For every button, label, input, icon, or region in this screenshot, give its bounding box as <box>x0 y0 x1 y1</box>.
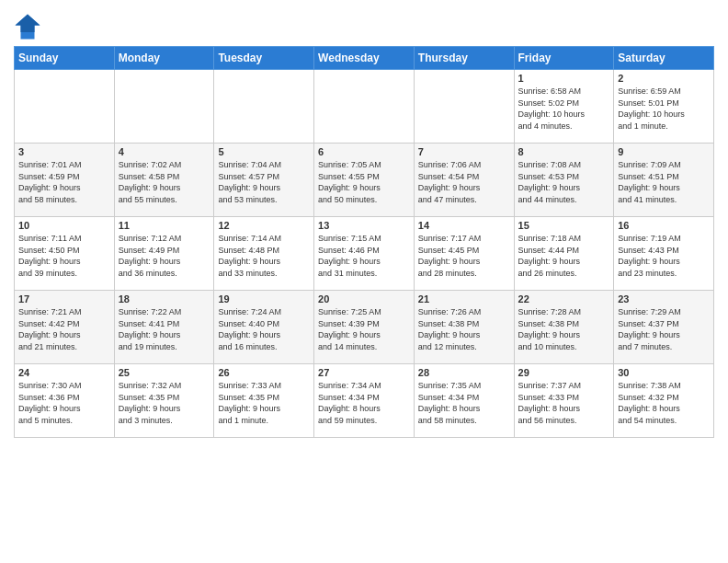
day-info: Sunrise: 7:04 AM Sunset: 4:57 PM Dayligh… <box>218 159 310 205</box>
day-number: 2 <box>618 73 710 84</box>
calendar-cell: 25Sunrise: 7:32 AM Sunset: 4:35 PM Dayli… <box>114 364 214 438</box>
calendar-cell: 22Sunrise: 7:28 AM Sunset: 4:38 PM Dayli… <box>514 291 614 364</box>
calendar-cell <box>15 70 115 144</box>
header <box>14 9 714 40</box>
day-number: 6 <box>318 146 410 157</box>
calendar-cell: 8Sunrise: 7:08 AM Sunset: 4:53 PM Daylig… <box>514 144 614 217</box>
day-info: Sunrise: 7:21 AM Sunset: 4:42 PM Dayligh… <box>18 306 110 352</box>
day-info: Sunrise: 7:24 AM Sunset: 4:40 PM Dayligh… <box>218 306 310 352</box>
day-number: 9 <box>618 146 710 157</box>
day-info: Sunrise: 7:29 AM Sunset: 4:37 PM Dayligh… <box>618 306 710 352</box>
calendar-week-row: 17Sunrise: 7:21 AM Sunset: 4:42 PM Dayli… <box>15 291 714 364</box>
day-info: Sunrise: 6:59 AM Sunset: 5:01 PM Dayligh… <box>618 86 710 132</box>
day-number: 29 <box>518 367 610 378</box>
day-number: 4 <box>119 146 210 157</box>
calendar-cell: 3Sunrise: 7:01 AM Sunset: 4:59 PM Daylig… <box>15 144 115 217</box>
calendar-cell: 5Sunrise: 7:04 AM Sunset: 4:57 PM Daylig… <box>214 144 314 217</box>
calendar-cell: 27Sunrise: 7:34 AM Sunset: 4:34 PM Dayli… <box>314 364 415 438</box>
day-info: Sunrise: 7:26 AM Sunset: 4:38 PM Dayligh… <box>418 306 510 352</box>
calendar-cell: 16Sunrise: 7:19 AM Sunset: 4:43 PM Dayli… <box>614 217 714 291</box>
day-number: 28 <box>418 367 510 378</box>
calendar-cell: 1Sunrise: 6:58 AM Sunset: 5:02 PM Daylig… <box>514 70 614 144</box>
day-info: Sunrise: 7:14 AM Sunset: 4:48 PM Dayligh… <box>218 233 310 279</box>
page: SundayMondayTuesdayWednesdayThursdayFrid… <box>0 0 728 447</box>
day-info: Sunrise: 7:22 AM Sunset: 4:41 PM Dayligh… <box>119 306 210 352</box>
day-info: Sunrise: 7:25 AM Sunset: 4:39 PM Dayligh… <box>318 306 410 352</box>
day-info: Sunrise: 7:18 AM Sunset: 4:44 PM Dayligh… <box>518 233 610 279</box>
calendar-week-row: 3Sunrise: 7:01 AM Sunset: 4:59 PM Daylig… <box>15 144 714 217</box>
calendar-cell: 17Sunrise: 7:21 AM Sunset: 4:42 PM Dayli… <box>15 291 115 364</box>
logo <box>14 13 45 40</box>
day-info: Sunrise: 7:19 AM Sunset: 4:43 PM Dayligh… <box>618 233 710 279</box>
calendar-cell: 21Sunrise: 7:26 AM Sunset: 4:38 PM Dayli… <box>414 291 514 364</box>
day-number: 21 <box>418 293 510 304</box>
day-number: 7 <box>418 146 510 157</box>
day-of-week-header: Tuesday <box>214 47 314 70</box>
day-info: Sunrise: 7:28 AM Sunset: 4:38 PM Dayligh… <box>518 306 610 352</box>
calendar-cell: 14Sunrise: 7:17 AM Sunset: 4:45 PM Dayli… <box>414 217 514 291</box>
calendar-cell: 13Sunrise: 7:15 AM Sunset: 4:46 PM Dayli… <box>314 217 415 291</box>
calendar-cell: 20Sunrise: 7:25 AM Sunset: 4:39 PM Dayli… <box>314 291 415 364</box>
calendar-week-row: 1Sunrise: 6:58 AM Sunset: 5:02 PM Daylig… <box>15 70 714 144</box>
day-of-week-header: Thursday <box>414 47 514 70</box>
day-of-week-header: Monday <box>114 47 214 70</box>
day-info: Sunrise: 7:06 AM Sunset: 4:54 PM Dayligh… <box>418 159 510 205</box>
day-info: Sunrise: 7:30 AM Sunset: 4:36 PM Dayligh… <box>18 380 110 426</box>
day-number: 15 <box>518 220 610 231</box>
calendar-cell: 6Sunrise: 7:05 AM Sunset: 4:55 PM Daylig… <box>314 144 415 217</box>
day-of-week-header: Friday <box>514 47 614 70</box>
calendar-cell: 19Sunrise: 7:24 AM Sunset: 4:40 PM Dayli… <box>214 291 314 364</box>
calendar-week-row: 24Sunrise: 7:30 AM Sunset: 4:36 PM Dayli… <box>15 364 714 438</box>
calendar-cell: 7Sunrise: 7:06 AM Sunset: 4:54 PM Daylig… <box>414 144 514 217</box>
day-info: Sunrise: 7:35 AM Sunset: 4:34 PM Dayligh… <box>418 380 510 426</box>
calendar-table: SundayMondayTuesdayWednesdayThursdayFrid… <box>14 46 714 438</box>
day-info: Sunrise: 7:05 AM Sunset: 4:55 PM Dayligh… <box>318 159 410 205</box>
calendar-week-row: 10Sunrise: 7:11 AM Sunset: 4:50 PM Dayli… <box>15 217 714 291</box>
day-number: 5 <box>218 146 310 157</box>
day-number: 1 <box>518 73 610 84</box>
calendar-cell <box>414 70 514 144</box>
day-number: 22 <box>518 293 610 304</box>
day-number: 26 <box>218 367 310 378</box>
calendar-cell: 10Sunrise: 7:11 AM Sunset: 4:50 PM Dayli… <box>15 217 115 291</box>
day-info: Sunrise: 7:37 AM Sunset: 4:33 PM Dayligh… <box>518 380 610 426</box>
day-number: 19 <box>218 293 310 304</box>
calendar-header-row: SundayMondayTuesdayWednesdayThursdayFrid… <box>15 47 714 70</box>
calendar-cell: 29Sunrise: 7:37 AM Sunset: 4:33 PM Dayli… <box>514 364 614 438</box>
day-info: Sunrise: 7:32 AM Sunset: 4:35 PM Dayligh… <box>119 380 210 426</box>
day-info: Sunrise: 7:12 AM Sunset: 4:49 PM Dayligh… <box>119 233 210 279</box>
day-number: 12 <box>218 220 310 231</box>
day-number: 14 <box>418 220 510 231</box>
day-info: Sunrise: 7:33 AM Sunset: 4:35 PM Dayligh… <box>218 380 310 426</box>
day-of-week-header: Wednesday <box>314 47 415 70</box>
logo-icon <box>14 13 41 40</box>
svg-marker-1 <box>16 15 40 33</box>
calendar-cell: 4Sunrise: 7:02 AM Sunset: 4:58 PM Daylig… <box>114 144 214 217</box>
day-info: Sunrise: 6:58 AM Sunset: 5:02 PM Dayligh… <box>518 86 610 132</box>
day-info: Sunrise: 7:15 AM Sunset: 4:46 PM Dayligh… <box>318 233 410 279</box>
day-number: 3 <box>18 146 110 157</box>
day-number: 20 <box>318 293 410 304</box>
calendar-cell: 11Sunrise: 7:12 AM Sunset: 4:49 PM Dayli… <box>114 217 214 291</box>
calendar-cell <box>114 70 214 144</box>
calendar-cell <box>314 70 415 144</box>
day-number: 25 <box>119 367 210 378</box>
calendar-cell <box>214 70 314 144</box>
calendar-cell: 26Sunrise: 7:33 AM Sunset: 4:35 PM Dayli… <box>214 364 314 438</box>
day-of-week-header: Sunday <box>15 47 115 70</box>
calendar-cell: 18Sunrise: 7:22 AM Sunset: 4:41 PM Dayli… <box>114 291 214 364</box>
day-number: 17 <box>18 293 110 304</box>
day-info: Sunrise: 7:08 AM Sunset: 4:53 PM Dayligh… <box>518 159 610 205</box>
calendar-cell: 9Sunrise: 7:09 AM Sunset: 4:51 PM Daylig… <box>614 144 714 217</box>
day-number: 23 <box>618 293 710 304</box>
calendar-cell: 2Sunrise: 6:59 AM Sunset: 5:01 PM Daylig… <box>614 70 714 144</box>
day-number: 24 <box>18 367 110 378</box>
day-number: 30 <box>618 367 710 378</box>
day-number: 11 <box>119 220 210 231</box>
day-number: 16 <box>618 220 710 231</box>
day-number: 8 <box>518 146 610 157</box>
day-number: 18 <box>119 293 210 304</box>
day-number: 13 <box>318 220 410 231</box>
day-info: Sunrise: 7:17 AM Sunset: 4:45 PM Dayligh… <box>418 233 510 279</box>
day-of-week-header: Saturday <box>614 47 714 70</box>
